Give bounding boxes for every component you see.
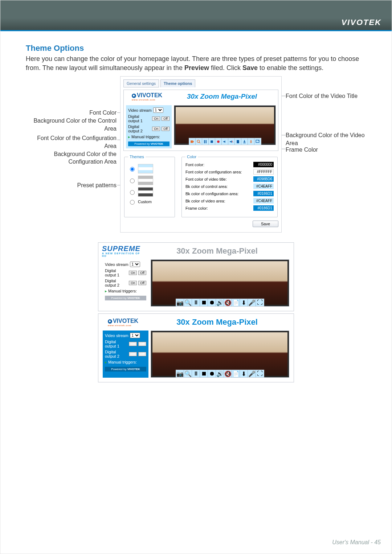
mute-icon[interactable]: 🔇 [224, 299, 232, 306]
color-label-title: Font color of video title: [185, 177, 227, 181]
dout2-off-button[interactable]: Off [138, 281, 146, 285]
mic-icon[interactable]: 🎤 [248, 299, 256, 306]
callout-video-title-color: Font Color of the Video Title [286, 92, 366, 100]
color-input-config-font[interactable]: #FFFFFF [253, 169, 274, 175]
zoom-icon[interactable]: 🔍 [184, 370, 192, 377]
example-preview-2: SUPREME A NEW DEFINITION OF HD 30x Zoom … [98, 242, 294, 311]
manual-triggers-toggle[interactable]: Manual triggers: [105, 360, 146, 365]
video-area: 📷 🔍 ⏸ ⏹ ⏺ 🔊 🔇 📄 ⬇ 🎤 ⛶ [151, 331, 289, 378]
page-icon[interactable] [235, 138, 241, 145]
record-icon[interactable]: ⏺ [208, 370, 216, 377]
theme-radio-2[interactable] [130, 178, 135, 183]
color-input-title[interactable]: #098BD6 [253, 176, 274, 182]
section-description: Here you can change the color of your ho… [26, 54, 366, 73]
svg-rect-8 [237, 140, 239, 143]
stream-select[interactable]: 1 [130, 333, 140, 338]
fullscreen-icon[interactable]: ⛶ [256, 370, 264, 377]
volume-icon[interactable] [222, 138, 228, 145]
control-area: Video stream1 Digital output 1OnOff Digi… [103, 259, 148, 307]
dout1-on-button[interactable]: On [129, 271, 137, 275]
manual-triggers-toggle[interactable]: Manual triggers: [105, 289, 146, 294]
volume-icon[interactable]: 🔊 [216, 299, 224, 306]
video-toolbar [189, 138, 261, 145]
dout1-off-button[interactable]: Off [162, 116, 170, 121]
camera-icon[interactable]: 📷 [176, 370, 184, 377]
theme-radio-1[interactable] [130, 167, 135, 172]
color-input-config-bg[interactable]: #0186D1 [253, 191, 274, 196]
dout2-off-button[interactable]: Off [162, 127, 170, 131]
video-title: 30x Zoom Mega-Pixel [144, 317, 290, 327]
dout2-label: Digital output 2 [105, 350, 127, 358]
camera-icon[interactable] [189, 138, 196, 145]
dout2-on-button[interactable]: On [129, 352, 137, 356]
pause-icon[interactable]: ⏸ [192, 299, 200, 306]
dout2-label: Digital output 2 [105, 279, 127, 287]
color-input-font[interactable]: #000000 [253, 162, 274, 167]
page-icon[interactable]: 📄 [232, 299, 240, 306]
save-button[interactable]: Save [253, 221, 278, 227]
record-icon[interactable]: ⏺ [208, 299, 216, 306]
stop-icon[interactable]: ⏹ [200, 370, 208, 377]
dout2-on-button[interactable]: On [129, 281, 137, 285]
dout2-on-button[interactable]: On [152, 127, 160, 131]
manual-triggers-toggle[interactable]: Manual triggers: [128, 135, 170, 139]
mic-icon[interactable]: 🎤 [248, 370, 256, 377]
fullscreen-icon[interactable]: ⛶ [256, 299, 264, 306]
svg-rect-4 [205, 140, 206, 143]
footer-page-label: User's Manual - 45 [332, 539, 381, 546]
dout2-label: Digital output 2 [128, 124, 151, 133]
stop-icon[interactable]: ⏹ [200, 299, 208, 306]
video-title: 30x Zoom Mega-Pixel [168, 93, 276, 100]
powered-by: Powered by VIVOTEK [128, 141, 170, 146]
preview-logo: VIVOTEK www.vivotek.com [102, 317, 144, 327]
tab-theme-options[interactable]: Theme options [160, 79, 195, 87]
video-toolbar: 📷 🔍 ⏸ ⏹ ⏺ 🔊 🔇 📄 ⬇ 🎤 ⛶ [176, 299, 264, 307]
color-label-ctrl-bg: Bk color of control area: [185, 184, 228, 189]
dout1-off-button[interactable]: Off [138, 342, 146, 346]
pause-icon[interactable]: ⏸ [192, 370, 200, 377]
theme-radio-custom[interactable] [130, 200, 135, 205]
camera-icon[interactable]: 📷 [176, 299, 184, 306]
pause-icon[interactable] [202, 138, 209, 145]
dout1-off-button[interactable]: Off [138, 271, 146, 275]
zoom-icon[interactable]: 🔍 [184, 299, 192, 306]
callout-frame-color: Frame Color [286, 146, 366, 154]
download-icon[interactable]: ⬇ [240, 370, 248, 377]
theme-option-custom[interactable]: Custom [128, 199, 171, 205]
theme-option-3[interactable] [128, 187, 171, 197]
dout1-on-button[interactable]: On [152, 116, 160, 121]
control-area: Video stream1 Digital output 1OnOff Digi… [103, 331, 148, 378]
download-icon[interactable] [241, 138, 248, 145]
video-toolbar: 📷 🔍 ⏸ ⏹ ⏺ 🔊 🔇 📄 ⬇ 🎤 ⛶ [176, 370, 264, 378]
video-area: 📷 🔍 ⏸ ⏹ ⏺ 🔊 🔇 📄 ⬇ 🎤 ⛶ [151, 259, 289, 307]
volume-icon[interactable]: 🔊 [216, 370, 224, 377]
mute-icon[interactable]: 🔇 [224, 370, 232, 377]
color-input-video-bg[interactable]: #C4EAFF [253, 198, 274, 204]
theme-radio-3[interactable] [130, 190, 135, 195]
mute-icon[interactable] [228, 138, 235, 145]
page-icon[interactable]: 📄 [232, 370, 240, 377]
camera-icon [132, 94, 136, 98]
record-icon[interactable] [215, 138, 222, 145]
zoom-icon[interactable] [196, 138, 202, 145]
control-area: Video stream 1 Digital output 1 On Off D… [126, 105, 172, 148]
color-input-ctrl-bg[interactable]: #C4EAFF [253, 184, 274, 189]
mic-icon[interactable] [248, 138, 254, 145]
stream-select[interactable]: 1 [130, 262, 140, 267]
theme-option-2[interactable] [128, 176, 171, 185]
camera-icon [108, 319, 112, 324]
stream-select[interactable]: 1 [153, 107, 163, 113]
themes-fieldset: Themes Custom [124, 155, 175, 217]
stop-icon[interactable] [209, 138, 215, 145]
dout2-off-button[interactable]: Off [138, 352, 146, 356]
svg-point-6 [217, 140, 220, 143]
color-input-frame[interactable]: #0186D1 [253, 205, 274, 211]
annotated-figure: Font Color Background Color of the Contr… [26, 76, 366, 236]
fullscreen-icon[interactable] [254, 138, 261, 145]
color-label-frame: Frame color: [185, 206, 208, 210]
download-icon[interactable]: ⬇ [240, 299, 248, 306]
tab-general-settings[interactable]: General settings [123, 79, 159, 87]
callout-video-area-bg: Background Color of the Video Area [286, 131, 366, 147]
dout1-on-button[interactable]: On [129, 342, 137, 346]
theme-option-1[interactable] [128, 164, 171, 173]
